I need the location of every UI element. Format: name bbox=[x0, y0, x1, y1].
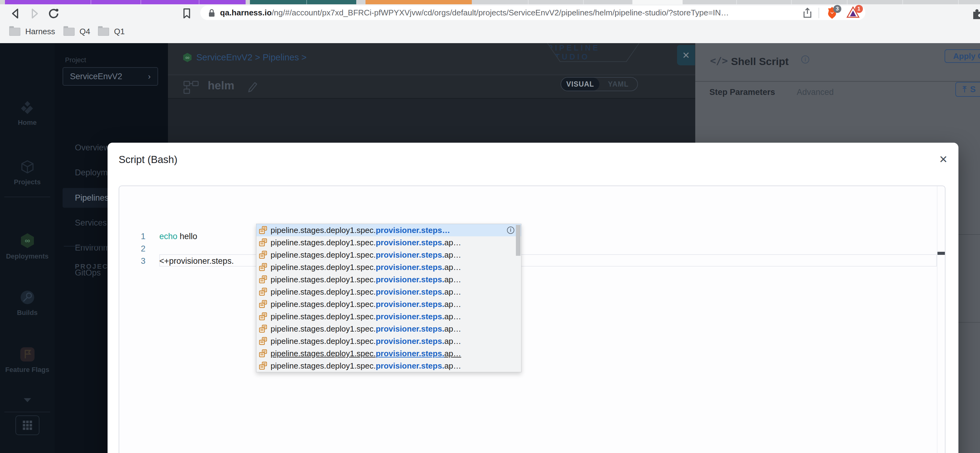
bookmark-harness[interactable]: Harness bbox=[9, 27, 55, 37]
tab-group-purple[interactable] bbox=[5, 0, 246, 4]
autocomplete-dropdown[interactable]: pipeline.stages.deploy1.spec.provisioner… bbox=[256, 224, 522, 372]
builds-icon bbox=[20, 290, 35, 305]
autocomplete-item[interactable]: pipeline.stages.deploy1.spec.provisioner… bbox=[256, 310, 521, 323]
bookmark-label: Q1 bbox=[114, 27, 125, 37]
autocomplete-rows: pipeline.stages.deploy1.spec.provisioner… bbox=[256, 224, 521, 372]
code-line-2: 2 bbox=[119, 243, 945, 255]
url-text[interactable]: qa.harness.io/ng/#/account/px7xd_BFRCi-p… bbox=[220, 8, 803, 17]
snippet-icon bbox=[259, 263, 267, 272]
autocomplete-item[interactable]: pipeline.stages.deploy1.spec.provisioner… bbox=[256, 298, 521, 310]
tab-group-teal[interactable] bbox=[250, 0, 356, 4]
bookmark-q4[interactable]: Q4 bbox=[64, 27, 90, 37]
divider bbox=[819, 8, 819, 18]
autocomplete-item[interactable]: pipeline.stages.deploy1.spec.provisioner… bbox=[256, 286, 521, 298]
breadcrumb-row: ∞ ServiceEnvV2 > Pipelines > PIPELINE ST… bbox=[168, 43, 695, 75]
browser-tab-strip[interactable] bbox=[0, 0, 980, 4]
autocomplete-item[interactable]: pipeline.stages.deploy1.spec.provisioner… bbox=[256, 323, 521, 335]
autocomplete-item[interactable]: pipeline.stages.deploy1.spec.provisioner… bbox=[256, 335, 521, 347]
brave-shields-icon[interactable]: 3 bbox=[826, 6, 840, 20]
snippet-icon bbox=[259, 337, 267, 345]
reading-list-icon[interactable] bbox=[179, 6, 194, 21]
sidebar-item-home[interactable]: Home bbox=[0, 100, 54, 127]
active-tab[interactable] bbox=[632, 0, 682, 4]
brave-badge: 3 bbox=[833, 5, 841, 13]
chevron-down-icon[interactable] bbox=[24, 398, 31, 402]
cd-module-icon: ∞ bbox=[183, 53, 192, 62]
snippet-icon bbox=[259, 251, 267, 259]
sidebar-item-label: Builds bbox=[17, 309, 38, 317]
apps-grid-button[interactable] bbox=[16, 415, 40, 435]
autocomplete-item[interactable]: pipeline.stages.deploy1.spec.provisioner… bbox=[256, 261, 521, 273]
drawer-titlebar: </> Shell Script i Apply Ch bbox=[695, 43, 980, 81]
breadcrumb-text[interactable]: ServiceEnvV2 > Pipelines > bbox=[196, 52, 307, 62]
project-selector[interactable]: ServiceEnvV2 › bbox=[62, 67, 158, 86]
snippet-icon bbox=[259, 300, 267, 308]
modal-close-button[interactable]: ✕ bbox=[936, 152, 951, 167]
bookmark-label: Harness bbox=[25, 27, 55, 37]
snippet-icon bbox=[259, 238, 267, 247]
cursor-position-marker bbox=[937, 252, 945, 255]
bat-badge: 1 bbox=[855, 5, 863, 13]
bat-rewards-icon[interactable]: 1 bbox=[846, 6, 861, 20]
snippet-icon bbox=[259, 288, 267, 296]
toggle-yaml[interactable]: YAML bbox=[600, 78, 638, 91]
home-icon bbox=[20, 100, 35, 115]
info-icon[interactable]: i bbox=[507, 227, 514, 234]
flag-icon bbox=[20, 347, 35, 362]
autocomplete-text: pipeline.stages.deploy1.spec.provisioner… bbox=[270, 287, 461, 297]
code-editor[interactable]: 1echo hello23<+provisioner.steps. bbox=[119, 186, 945, 453]
autocomplete-item[interactable]: pipeline.stages.deploy1.spec.provisioner… bbox=[256, 347, 521, 360]
save-as-template-button[interactable]: ⤒ S bbox=[955, 82, 980, 97]
autocomplete-item[interactable]: pipeline.stages.deploy1.spec.provisioner… bbox=[256, 224, 521, 236]
bookmark-q1[interactable]: Q1 bbox=[98, 27, 125, 37]
visual-yaml-toggle[interactable]: VISUAL YAML bbox=[561, 77, 638, 91]
tab-divider bbox=[736, 0, 737, 4]
autocomplete-item[interactable]: pipeline.stages.deploy1.spec.provisioner… bbox=[256, 360, 521, 372]
tab-divider bbox=[140, 0, 141, 4]
step-title: Shell Script bbox=[731, 56, 789, 67]
pipeline-title-row: helm VISUAL YAML bbox=[168, 75, 695, 98]
toggle-visual[interactable]: VISUAL bbox=[561, 78, 600, 91]
scrollbar-thumb[interactable] bbox=[516, 225, 520, 256]
sidebar-item-projects[interactable]: Projects bbox=[0, 160, 54, 186]
project-label: Project bbox=[65, 56, 86, 64]
close-studio-button[interactable]: ✕ bbox=[677, 45, 695, 65]
drawer-tab-advanced[interactable]: Advanced bbox=[797, 87, 834, 97]
breadcrumb[interactable]: ∞ ServiceEnvV2 > Pipelines > bbox=[183, 52, 307, 62]
autocomplete-text: pipeline.stages.deploy1.spec.provisioner… bbox=[270, 300, 461, 309]
sidebar-item-deployments[interactable]: ∞Deployments bbox=[0, 233, 54, 261]
drawer-tab-step-parameters[interactable]: Step Parameters bbox=[710, 87, 775, 97]
autocomplete-text: pipeline.stages.deploy1.spec.provisioner… bbox=[270, 337, 461, 346]
screen: qa.harness.io/ng/#/account/px7xd_BFRCi-p… bbox=[0, 0, 980, 453]
browser-toolbar: qa.harness.io/ng/#/account/px7xd_BFRCi-p… bbox=[0, 4, 980, 23]
divider bbox=[958, 322, 980, 323]
share-icon[interactable] bbox=[803, 8, 812, 18]
tab-divider bbox=[847, 0, 848, 4]
url-bar[interactable]: qa.harness.io/ng/#/account/px7xd_BFRCi-p… bbox=[200, 6, 865, 20]
autocomplete-item[interactable]: pipeline.stages.deploy1.spec.provisioner… bbox=[256, 249, 521, 261]
urlbar-right-icons: 3 1 bbox=[803, 6, 861, 20]
tab-group-orange[interactable] bbox=[366, 0, 472, 4]
folder-icon bbox=[64, 28, 75, 36]
overview-ruler bbox=[937, 186, 937, 453]
bookmarks-bar: HarnessQ4Q1 bbox=[0, 23, 980, 43]
sidebar-item-feature-flags[interactable]: Feature Flags bbox=[0, 347, 54, 374]
script-editor-modal: Script (Bash) ✕ 1echo hello23<+provision… bbox=[108, 143, 958, 453]
sidebar-item-builds[interactable]: Builds bbox=[0, 290, 54, 317]
code-line-1: 1echo hello bbox=[119, 230, 945, 243]
autocomplete-item[interactable]: pipeline.stages.deploy1.spec.provisioner… bbox=[256, 236, 521, 249]
forward-button[interactable] bbox=[27, 6, 42, 21]
back-button[interactable] bbox=[8, 6, 23, 21]
reload-button[interactable] bbox=[46, 6, 61, 21]
snippet-icon bbox=[259, 226, 267, 235]
autocomplete-item[interactable]: pipeline.stages.deploy1.spec.provisioner… bbox=[256, 273, 521, 286]
extensions-puzzle-icon[interactable] bbox=[969, 6, 980, 21]
line-number: 2 bbox=[119, 243, 145, 255]
autocomplete-text: pipeline.stages.deploy1.spec.provisioner… bbox=[270, 349, 461, 358]
info-icon[interactable]: i bbox=[801, 56, 809, 64]
svg-text:∞: ∞ bbox=[25, 236, 30, 245]
apply-changes-button[interactable]: Apply Ch bbox=[945, 49, 980, 63]
divider bbox=[4, 197, 50, 197]
edit-pencil-icon[interactable] bbox=[247, 80, 259, 92]
autocomplete-text: pipeline.stages.deploy1.spec.provisioner… bbox=[270, 250, 461, 260]
